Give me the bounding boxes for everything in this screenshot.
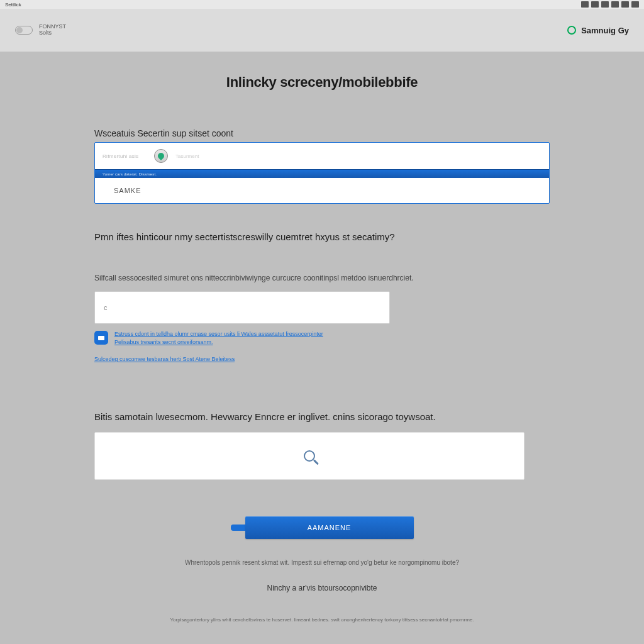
secondary-link[interactable]: Sulcedeg cuscomee tesbaras herti Sost At… — [94, 356, 644, 362]
account-selected-bar[interactable]: Yomer cars daterat. Dissrsest. — [95, 169, 549, 178]
page-body: Inlincky screceny/mobilebbife Wsceatuis … — [0, 52, 644, 644]
footnote-2: Ninchy a ar'vis btoursocopnivibte — [0, 584, 644, 592]
info-line1: Estruss cdont in telldha olumr cmase ses… — [114, 331, 323, 337]
search-input[interactable] — [94, 432, 525, 480]
account-panel: Wsceatuis Secertin sup sitset coont Rifm… — [94, 128, 550, 204]
page-header: FONNYST Solts Samnuig Gy — [0, 9, 644, 52]
header-left-line2: Solts — [39, 30, 66, 36]
tray-icon — [601, 1, 609, 8]
info-link[interactable]: Estruss cdont in telldha olumr cmase ses… — [114, 330, 323, 346]
account-placeholder: Tasurment — [175, 153, 199, 159]
account-selector[interactable]: Rifmertuhl asls Tasurment Yomer cars dat… — [94, 142, 550, 204]
header-toggle[interactable] — [15, 26, 33, 35]
account-row-main[interactable]: Rifmertuhl asls Tasurment — [95, 143, 549, 169]
brand-name: Samnuig Gy — [581, 26, 629, 35]
info-line2: Pelisabus tresarits secnt oriveiforsanm. — [114, 339, 213, 345]
header-left: FONNYST Solts — [15, 24, 66, 36]
system-bar: Settlick — [0, 0, 644, 9]
tray-icon — [621, 1, 629, 8]
tray-icon — [581, 1, 589, 8]
submit-button[interactable]: AAMANENE — [245, 516, 414, 539]
footnote-1: Whrentopols pennik resent skmat wit. Imp… — [0, 559, 644, 566]
question-heading: Pmn iftes hinticour nmy sectertistscresw… — [94, 231, 550, 242]
tray-icon — [631, 1, 639, 8]
brand-block[interactable]: Samnuig Gy — [567, 26, 629, 35]
shield-icon — [154, 149, 168, 163]
info-row: Estruss cdont in telldha olumr cmase ses… — [94, 330, 447, 346]
sysbar-app-name: Settlick — [5, 2, 21, 8]
sysbar-tray — [581, 1, 639, 8]
amount-value: c — [104, 304, 108, 311]
instruction-text: Silfcall sessocesited simuret ons nittec… — [94, 274, 550, 282]
tray-icon — [591, 1, 599, 8]
card-icon — [94, 331, 108, 345]
account-option[interactable]: SAMKE — [95, 178, 549, 203]
account-label: Wsceatuis Secertin sup sitset coont — [94, 128, 550, 138]
globe-icon — [567, 26, 576, 35]
section-heading: Bitis samotain lwesecmom. Hevwarcy Enncr… — [94, 411, 550, 422]
cta-row: AAMANENE — [0, 516, 644, 539]
footnote-3: Yorpisagontertory ylins whit cexcheltsvi… — [0, 616, 644, 624]
header-left-label: FONNYST Solts — [39, 24, 66, 36]
amount-input[interactable]: c — [94, 291, 390, 324]
cta-decor — [231, 525, 247, 531]
account-tiny-text: Rifmertuhl asls — [103, 153, 147, 159]
page-title: Inlincky screceny/mobilebbife — [0, 74, 644, 91]
search-icon — [304, 450, 315, 462]
tray-icon — [611, 1, 619, 8]
